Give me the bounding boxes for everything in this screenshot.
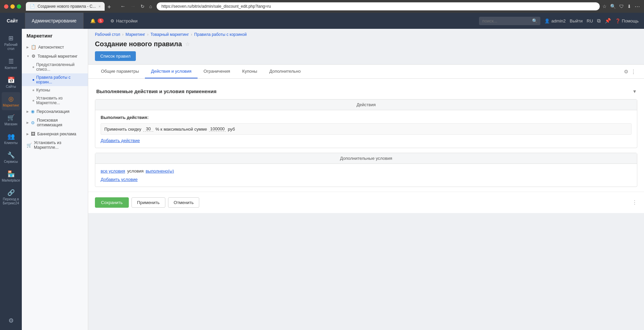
- sidebar-item-services[interactable]: 🔧 Сервисы: [2, 148, 20, 167]
- nav-icon-install2: 🛒: [26, 143, 32, 148]
- bullet-active-icon: [33, 79, 34, 81]
- condition-fulfilled-link[interactable]: выполнено(ы): [146, 169, 174, 174]
- breadcrumb-link-marketing[interactable]: Маркетинг: [125, 32, 145, 37]
- add-action-link[interactable]: Добавить действие: [101, 138, 140, 143]
- sidebar-item-sites[interactable]: 📅 Сайты: [2, 73, 20, 91]
- footer-resize-handle[interactable]: ⋮: [632, 200, 637, 205]
- tabs-bar: Общие параметры Действия и условия Огран…: [88, 65, 644, 79]
- breadcrumb-link-cart-rules[interactable]: Правила работы с корзиной: [194, 32, 247, 37]
- nav-label: Персонализация: [37, 109, 69, 114]
- nav-label: Баннерная реклама: [37, 132, 76, 136]
- tab-close[interactable]: ×: [99, 4, 101, 8]
- download-button[interactable]: ⬇: [627, 4, 631, 9]
- action-value1[interactable]: 30: [143, 126, 153, 132]
- tab-general-label: Общие параметры: [101, 69, 139, 74]
- topbar-admin[interactable]: Администрирование: [25, 13, 84, 29]
- nav-icon-autocontext: 📋: [31, 45, 36, 50]
- extension2-button[interactable]: 🛡: [619, 4, 624, 9]
- extension1-button[interactable]: 🔍: [610, 4, 616, 9]
- sidebar-item-marketing[interactable]: ◎ Маркетинг: [2, 92, 20, 110]
- nav-item-install2[interactable]: 🛒 Установить из Маркетпле...: [22, 138, 88, 152]
- nav-item-product-marketing[interactable]: ▼ ⚙ Товарный маркетинг: [22, 52, 88, 61]
- footer-buttons: Сохранить Применить Отменить ⋮: [88, 192, 644, 213]
- nav-icon-person: ◉: [31, 109, 35, 114]
- page-title: Создание нового правила: [95, 40, 182, 48]
- topbar-settings-link[interactable]: ⚙ Настройки: [110, 18, 138, 23]
- content-icon: ☰: [8, 58, 14, 65]
- tab-actions[interactable]: Действия и условия: [145, 65, 197, 78]
- bookmark-button[interactable]: ☆: [602, 4, 607, 9]
- sidebar-item-config[interactable]: ⚙: [2, 314, 20, 327]
- nav-sub-preset[interactable]: Предустановленный списо...: [22, 61, 88, 73]
- actions-block-header: Действия: [95, 100, 637, 110]
- nav-label: Товарный маркетинг: [38, 54, 77, 59]
- toolbar: Список правил: [88, 51, 644, 64]
- nav-sub-coupons[interactable]: Купоны: [22, 86, 88, 94]
- tab-additional-label: Дополнительно: [269, 69, 301, 74]
- sidebar-item-label: Сайты: [6, 85, 16, 88]
- sidebar-item-dashboard[interactable]: ⊞ Рабочий стол: [2, 31, 20, 54]
- reload-button[interactable]: ↻: [139, 3, 147, 10]
- bell-icon: 🔔: [90, 18, 96, 23]
- logout-button[interactable]: Выйти: [570, 18, 583, 23]
- nav-item-personalization[interactable]: ▶ ◉ Персонализация: [22, 107, 88, 116]
- lang-selector[interactable]: RU: [587, 18, 593, 23]
- tab-coupons-label: Купоны: [242, 69, 257, 74]
- sidebar-item-marketplace[interactable]: 🏪 Marketplace: [2, 167, 20, 185]
- dot-green: [17, 4, 21, 9]
- topbar-user[interactable]: 👤 admin2: [544, 18, 566, 23]
- topbar-notifications[interactable]: 🔔 5: [90, 18, 104, 23]
- sidebar-item-label: Магазин: [4, 122, 17, 126]
- window-icon[interactable]: ⧉: [597, 18, 601, 24]
- save-button[interactable]: Сохранить: [95, 197, 129, 208]
- topbar-help[interactable]: ❓ Помощь: [615, 18, 639, 23]
- services-icon: 🔧: [7, 151, 15, 159]
- tab-actions-label: Действия и условия: [151, 69, 191, 74]
- sidebar: ⊞ Рабочий стол ☰ Контент 📅 Сайты ◎ Марке…: [0, 29, 22, 330]
- home-button[interactable]: ⌂: [147, 3, 154, 10]
- section-header[interactable]: Выполняемые действия и условия применени…: [95, 83, 637, 99]
- forward-button[interactable]: →: [128, 2, 138, 10]
- sidebar-item-bitrix24[interactable]: 🔗 Переход в Битрикс24: [2, 186, 20, 208]
- sidebar-item-label: Marketplace: [2, 179, 20, 182]
- topbar-site[interactable]: Сайт: [0, 13, 25, 29]
- list-rules-button[interactable]: Список правил: [95, 51, 136, 61]
- pin-icon[interactable]: 📌: [605, 18, 611, 24]
- tab-favicon: 📄: [30, 4, 35, 9]
- tab-additional[interactable]: Дополнительно: [263, 65, 307, 78]
- breadcrumb-link-dashboard[interactable]: Рабочий стол: [95, 32, 120, 37]
- address-bar[interactable]: [157, 2, 600, 10]
- back-button[interactable]: ←: [118, 2, 128, 10]
- nav-item-autocontext[interactable]: ▶ 📋 Автоконтекст: [22, 43, 88, 52]
- tab-general[interactable]: Общие параметры: [95, 65, 145, 78]
- add-condition-link[interactable]: Добавить условие: [101, 177, 138, 182]
- nav-item-banner[interactable]: ▶ 🖼 Баннерная реклама: [22, 129, 88, 138]
- nav-icon-banner: 🖼: [31, 131, 35, 136]
- condition-all-link[interactable]: все условия: [101, 169, 125, 174]
- action-value2[interactable]: 100000: [209, 126, 226, 132]
- tab-settings-button[interactable]: ⚙: [624, 69, 628, 75]
- nav-item-seo[interactable]: ▶ ⚙ Поисковая оптимизация: [22, 116, 88, 129]
- breadcrumb-link-product-marketing[interactable]: Товарный маркетинг: [151, 32, 189, 37]
- sidebar-item-clients[interactable]: 👥 Клиенты: [2, 130, 20, 148]
- sidebar-item-shop[interactable]: 🛒 Магазин: [2, 111, 20, 129]
- apply-button[interactable]: Применить: [131, 197, 165, 208]
- sidebar-item-content[interactable]: ☰ Контент: [2, 55, 20, 73]
- nav-sub-cart-rules[interactable]: Правила работы с корзин...: [22, 73, 88, 86]
- dashboard-icon: ⊞: [8, 35, 13, 42]
- search-input[interactable]: [479, 17, 529, 25]
- new-tab-button[interactable]: +: [105, 4, 114, 11]
- section-title: Выполняемые действия и условия применени…: [96, 88, 216, 94]
- nav-sub-install-marketplace[interactable]: Установить из Маркетпле...: [22, 94, 88, 107]
- browser-tab[interactable]: 📄 Создание нового правила - С... ×: [26, 2, 105, 11]
- tab-restrictions-label: Ограничения: [204, 69, 230, 74]
- cancel-button[interactable]: Отменить: [168, 197, 199, 208]
- content-area: Рабочий стол › Маркетинг › Товарный марк…: [88, 29, 644, 330]
- tab-coupons[interactable]: Купоны: [236, 65, 263, 78]
- tab-restrictions[interactable]: Ограничения: [198, 65, 236, 78]
- browser-nav: ← → ↻ ⌂: [118, 2, 154, 10]
- favorite-star[interactable]: ☆: [185, 41, 190, 47]
- tab-resize-button[interactable]: ⋮: [631, 69, 636, 75]
- search-submit-button[interactable]: 🔍: [529, 17, 540, 25]
- more-button[interactable]: ⋯: [635, 3, 640, 10]
